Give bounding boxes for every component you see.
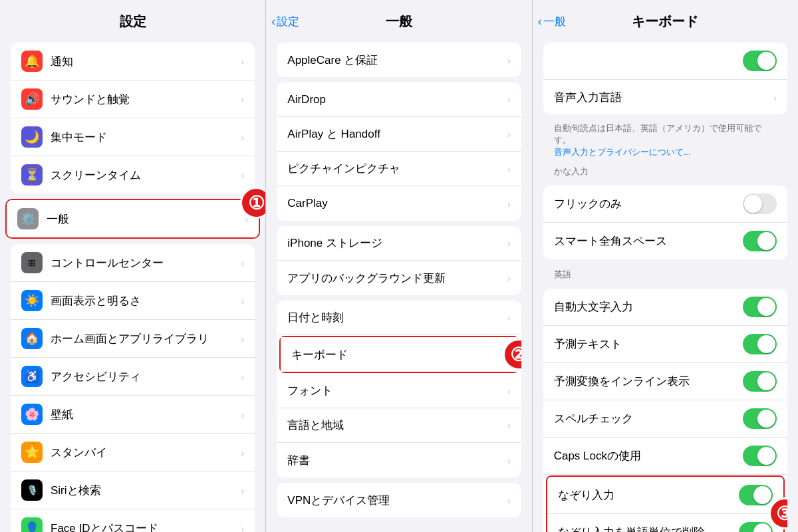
sound-label: サウンドと触覚: [51, 92, 238, 107]
row-spellcheck[interactable]: スペルチェック: [543, 400, 787, 438]
panel3-back[interactable]: ‹ 一般: [538, 14, 566, 29]
standby-label: スタンバイ: [51, 445, 238, 460]
row-vpn[interactable]: VPNとデバイス管理 ›: [277, 483, 521, 517]
row-sound[interactable]: 🔊 サウンドと触覚 ›: [11, 80, 255, 118]
panel2-content: AppleCare と保証 › AirDrop › AirPlay と Hand…: [266, 37, 531, 532]
focus-icon: 🌙: [21, 126, 43, 148]
row-airdrop[interactable]: AirDrop ›: [277, 82, 521, 117]
row-storage[interactable]: iPhone ストレージ ›: [277, 226, 521, 261]
row-screentime[interactable]: ⏳ スクリーンタイム ›: [11, 156, 255, 194]
row-inline-predict[interactable]: 予測変換をインライン表示: [543, 363, 787, 400]
row-display[interactable]: ☀️ 画面表示と明るさ ›: [11, 282, 255, 320]
panel3-content: 音声入力言語 › 自動句読点は日本語、英語（アメリカ）で使用可能です。 音声入力…: [533, 37, 798, 532]
panel1-content: 🔔 通知 › 🔊 サウンドと触覚 › 🌙 集中モード › ⏳ スクリーンタイム …: [0, 37, 265, 532]
fonts-label: フォント: [287, 383, 504, 398]
panel2-header: ‹ 設定 一般: [266, 0, 531, 37]
siri-label: Siriと検索: [51, 483, 238, 498]
dictionary-label: 辞書: [287, 453, 504, 468]
row-siri[interactable]: 🎙️ Siriと検索 ›: [11, 471, 255, 509]
row-standby[interactable]: ⭐ スタンバイ ›: [11, 434, 255, 471]
row-carplay[interactable]: CarPlay ›: [277, 186, 521, 221]
sound-icon: 🔊: [21, 88, 43, 110]
row-flick-only[interactable]: フリックのみ: [543, 186, 787, 223]
row-smart-fullwidth[interactable]: スマート全角スペース: [543, 223, 787, 259]
row-fonts[interactable]: フォント ›: [277, 374, 521, 408]
row-keyboard[interactable]: キーボード ›: [281, 337, 517, 372]
smart-fullwidth-label: スマート全角スペース: [554, 233, 743, 249]
general-label: 一般: [47, 211, 242, 227]
panel2-group2: iPhone ストレージ › アプリのバックグラウンド更新 ›: [277, 226, 521, 295]
bgrefresh-label: アプリのバックグラウンド更新: [287, 271, 504, 286]
panel2-group3: 日付と時刻 › キーボード › ② フォント › 言語と地域 ›: [277, 301, 521, 477]
row-langregion[interactable]: 言語と地域 ›: [277, 408, 521, 443]
homescreen-label: ホーム画面とアプリライブラリ: [51, 331, 238, 346]
faceid-label: Face IDとパスコード: [51, 521, 238, 533]
row-wallpaper[interactable]: 🌸 壁紙 ›: [11, 396, 255, 434]
auto-caps-label: 自動大文字入力: [554, 299, 743, 315]
panel-general: ‹ 設定 一般 AppleCare と保証 › AirDrop › AirPla…: [265, 0, 531, 532]
toggle-auto-caps[interactable]: [743, 297, 777, 317]
wallpaper-label: 壁紙: [51, 407, 238, 422]
toggle-spellcheck[interactable]: [743, 408, 777, 429]
panel3-header: ‹ 一般 キーボード: [533, 0, 798, 37]
predictive-label: 予測テキスト: [554, 336, 743, 352]
row-faceid[interactable]: 👤 Face IDとパスコード ›: [11, 509, 255, 532]
flick-only-label: フリックのみ: [554, 196, 743, 211]
wallpaper-icon: 🌸: [21, 404, 43, 425]
back-chevron-icon: ‹: [271, 15, 275, 29]
vpn-label: VPNとデバイス管理: [287, 493, 504, 508]
row-notifications[interactable]: 🔔 通知 ›: [11, 43, 255, 80]
panel2-group-applecare: AppleCare と保証 ›: [277, 43, 521, 77]
row-dictionary[interactable]: 辞書 ›: [277, 443, 521, 477]
keyboard-label: キーボード: [291, 347, 500, 362]
row-pip[interactable]: ピクチャインピクチャ ›: [277, 152, 521, 186]
display-icon: ☀️: [21, 290, 43, 311]
toggle-top[interactable]: [743, 51, 777, 71]
toggle-flick-only[interactable]: [743, 194, 777, 214]
panel3-group-en: 自動大文字入力 予測テキスト 予測変換をインライン表示 スペルチェック Caps…: [543, 289, 787, 532]
swipe-rows-wrapper: なぞり入力 なぞり入力を単語単位で削除 ③: [543, 475, 787, 532]
panel-keyboard: ‹ 一般 キーボード 音声入力言語 › 自動句読点は日本語、英語（アメリカ）で使…: [532, 0, 798, 532]
focus-label: 集中モード: [51, 130, 238, 145]
row-bgrefresh[interactable]: アプリのバックグラウンド更新 ›: [277, 261, 521, 295]
panel2-back[interactable]: ‹ 設定: [271, 14, 299, 29]
toggle-capslock[interactable]: [743, 446, 777, 466]
row-keyboards-list[interactable]: [543, 43, 787, 80]
accessibility-label: アクセシビリティ: [51, 369, 238, 384]
row-auto-caps[interactable]: 自動大文字入力: [543, 289, 787, 326]
toggle-predictive[interactable]: [743, 334, 777, 354]
row-controlcenter[interactable]: ⊞ コントロールセンター ›: [11, 244, 255, 282]
row-focus[interactable]: 🌙 集中モード ›: [11, 118, 255, 156]
panel-settings: 設定 🔔 通知 › 🔊 サウンドと触覚 › 🌙 集中モード › ⏳ スクリーンタ…: [0, 0, 265, 532]
row-accessibility[interactable]: ♿ アクセシビリティ ›: [11, 358, 255, 396]
panel1-group2: ⊞ コントロールセンター › ☀️ 画面表示と明るさ › 🏠 ホーム画面とアプリ…: [11, 244, 255, 532]
section-kana-label: かな入力: [533, 162, 798, 180]
airdrop-label: AirDrop: [287, 93, 504, 106]
controlcenter-label: コントロールセンター: [51, 255, 238, 271]
panel1-title: 設定: [120, 13, 146, 31]
toggle-swipe-input[interactable]: [739, 485, 773, 505]
row-applecare[interactable]: AppleCare と保証 ›: [277, 43, 521, 77]
row-datetime[interactable]: 日付と時刻 ›: [277, 301, 521, 335]
toggle-inline-predict[interactable]: [743, 371, 777, 392]
controlcenter-icon: ⊞: [21, 252, 43, 273]
row-capslock[interactable]: Caps Lockの使用: [543, 438, 787, 475]
note1-link[interactable]: 音声入力とプライバシーについて...: [554, 147, 691, 157]
panel3-back-label: 一般: [543, 14, 566, 29]
toggle-smart-fullwidth[interactable]: [743, 231, 777, 251]
row-predictive[interactable]: 予測テキスト: [543, 326, 787, 363]
panel2-title: 一般: [386, 13, 412, 31]
row-voice-input-lang[interactable]: 音声入力言語 ›: [543, 80, 787, 114]
row-swipe-delete[interactable]: なぞり入力を単語単位で削除: [547, 514, 783, 532]
row-airplay[interactable]: AirPlay と Handoff ›: [277, 117, 521, 152]
inline-predict-label: 予測変換をインライン表示: [554, 374, 743, 389]
keyboard-row-wrapper: キーボード › ②: [277, 336, 521, 373]
spellcheck-label: スペルチェック: [554, 411, 743, 426]
row-homescreen[interactable]: 🏠 ホーム画面とアプリライブラリ ›: [11, 320, 255, 358]
row-general[interactable]: ⚙️ 一般 ›: [7, 200, 259, 237]
swipe-input-label: なぞり入力: [558, 487, 739, 503]
swipe-delete-label: なぞり入力を単語単位で削除: [558, 525, 739, 532]
section-en-label: 英語: [533, 265, 798, 283]
row-swipe-input[interactable]: なぞり入力: [547, 477, 783, 514]
toggle-swipe-delete[interactable]: [739, 522, 773, 532]
